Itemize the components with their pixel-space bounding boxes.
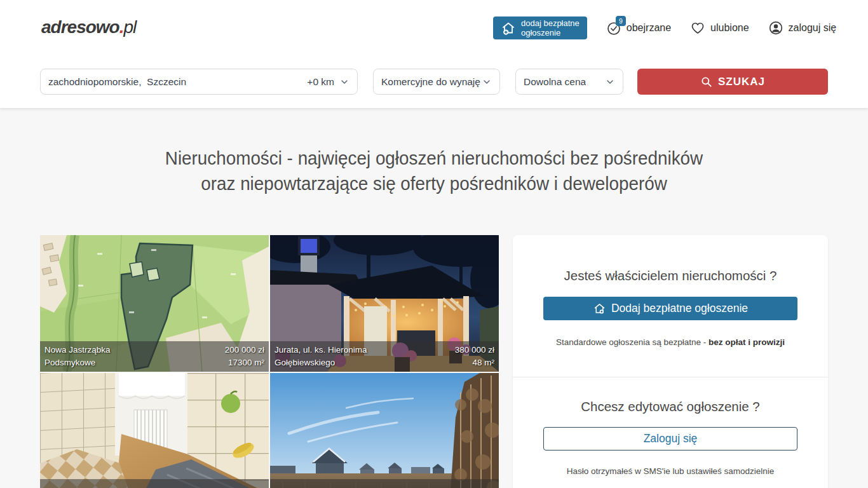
page-title: Nieruchomości - najwięcej ogłoszeń nieru… [17,146,850,196]
listing-photo-landscape [270,373,499,488]
viewed-count-badge: 9 [616,16,626,26]
header: adresowo.pl dodaj bezpłatne ogłoszenie [0,0,868,108]
radius-select[interactable]: +0 km [307,76,349,88]
owner-panel: Jesteś właścicielem nieruchomości ? Doda… [513,235,828,488]
password-note: Hasło otrzymałeś w SMS'ie lub ustawiłeś … [513,466,828,476]
listings-grid: Nowa JastrząbkaPodsmykowe 200 000 zł1730… [40,235,499,488]
listing-price-area: 380 000 zł48 m² [455,344,494,369]
logo-text: adresowo [41,17,119,37]
listing-overlay: Nowa JastrząbkaPodsmykowe 200 000 zł1730… [40,341,269,372]
logo-tld: pl [123,17,136,37]
add-free-listing-button[interactable]: Dodaj bezpłatne ogłoszenie [543,297,797,320]
search-icon [700,76,713,88]
add-free-listing-label: Dodaj bezpłatne ogłoszenie [611,302,748,315]
favorites-label: ulubione [710,22,749,34]
user-icon [768,20,783,36]
price-value: Dowolna cena [524,76,586,88]
page: adresowo.pl dodaj bezpłatne ogłoszenie [0,0,868,488]
listing-card[interactable]: Nowa JastrząbkaPodsmykowe 200 000 zł1730… [40,235,269,372]
listing-overlay: Chorzów Centrum, ul. 375 000 zł [40,479,269,488]
favorites-link[interactable]: ulubione [690,20,749,36]
listing-overlay: Jurata, ul. ks. HieronimaGołębiewskiego … [270,341,499,372]
radius-value: +0 km [307,76,334,88]
listing-price-area: 200 000 zł17300 m² [225,344,264,369]
listing-photo-kitchen [40,373,269,488]
listing-card[interactable]: Jurata, ul. ks. HieronimaGołębiewskiego … [270,235,499,372]
header-actions: dodaj bezpłatne ogłoszenie 9 obejrzane [493,17,836,39]
listing-name: Nowa JastrząbkaPodsmykowe [44,344,111,369]
login-label: zaloguj się [789,22,837,34]
edit-heading: Chcesz edytować ogłoszenie ? [513,399,828,414]
price-select[interactable]: Dowolna cena [515,69,623,95]
viewed-link[interactable]: 9 obejrzane [606,20,671,36]
add-listing-label: dodaj bezpłatne ogłoszenie [521,18,580,37]
listing-name: Jurata, ul. ks. HieronimaGołębiewskiego [275,344,367,369]
heart-icon [690,20,705,36]
chevron-down-icon [339,77,349,87]
free-listing-note: Standardowe ogłoszenia są bezpłatne - be… [513,337,828,347]
listing-overlay: Skwierzynka, ul. Wichrowa 490 000 zł [270,479,499,488]
search-button-label: SZUKAJ [718,76,765,88]
location-field[interactable]: +0 km [40,69,358,95]
location-input[interactable] [48,76,307,88]
viewed-label: obejrzane [627,22,671,34]
category-select[interactable]: Komercyjne do wynaję [373,69,500,95]
check-circle-icon: 9 [606,20,621,36]
sidebar-divider [513,377,828,377]
chevron-down-icon [482,77,492,87]
login-button[interactable]: Zaloguj się [543,427,797,451]
listing-card[interactable]: Chorzów Centrum, ul. 375 000 zł [40,373,269,488]
site-logo[interactable]: adresowo.pl [41,17,136,37]
house-plus-icon [501,20,516,36]
login-link[interactable]: zaloguj się [768,20,837,36]
add-listing-button[interactable]: dodaj bezpłatne ogłoszenie [493,17,587,39]
chevron-down-icon [605,77,615,87]
search-button[interactable]: SZUKAJ [637,69,828,95]
category-value: Komercyjne do wynaję [381,76,480,88]
listing-card[interactable]: Skwierzynka, ul. Wichrowa 490 000 zł [270,373,499,488]
house-plus-icon [593,302,606,315]
search-bar: +0 km Komercyjne do wynaję Dowolna cena [0,69,868,95]
owner-heading: Jesteś właścicielem nieruchomości ? [513,235,828,283]
